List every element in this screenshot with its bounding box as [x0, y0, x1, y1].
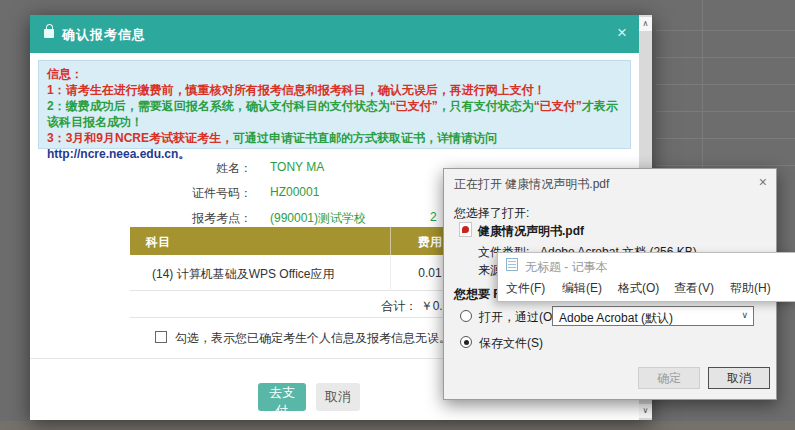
- pdf-file-icon: [459, 222, 472, 237]
- open-with-app-select[interactable]: Adobe Acrobat (默认) ∨: [552, 306, 754, 326]
- download-dialog-title: 正在打开 健康情况声明书.pdf: [454, 176, 609, 193]
- cancel-button[interactable]: 取消: [316, 383, 360, 411]
- close-icon[interactable]: ×: [617, 23, 627, 43]
- notepad-window[interactable]: 无标题 - 记事本 文件(F) 编辑(E) 格式(O) 查看(V) 帮助(H): [497, 252, 795, 302]
- save-file-label: 保存文件(S): [479, 335, 543, 352]
- notice-line1: 1：请考生在进行缴费前，慎重核对所有报考信息和报考科目，确认无误后，再进行网上支…: [47, 82, 622, 98]
- cancel-button[interactable]: 取消: [708, 367, 770, 389]
- background-grid-line: [656, 30, 795, 31]
- background-grid-line: [656, 138, 795, 139]
- background-page-edge: [0, 421, 795, 430]
- menu-edit[interactable]: 编辑(E): [562, 280, 602, 297]
- notepad-icon: [506, 258, 518, 271]
- chosen-open-label: 您选择了打开:: [454, 205, 529, 222]
- scroll-up-icon[interactable]: ∧: [639, 17, 652, 31]
- open-with-app-value: Adobe Acrobat (默认): [559, 311, 673, 325]
- go-pay-button[interactable]: 去支付: [258, 383, 306, 411]
- open-with-radio[interactable]: [460, 310, 472, 322]
- ok-button[interactable]: 确定: [638, 367, 700, 389]
- confirm-checkbox-label: 勾选，表示您已确定考生个人信息及报考信息无误。: [175, 330, 451, 347]
- background-grid-line: [656, 84, 795, 85]
- ncre-link[interactable]: http://ncre.neea.edu.cn。: [47, 147, 190, 161]
- menu-file[interactable]: 文件(F): [506, 280, 545, 297]
- chevron-down-icon: ∨: [741, 310, 748, 320]
- id-number-label: 证件号码：: [120, 185, 252, 202]
- fee-table-header: 科目 费用: [130, 227, 470, 255]
- exam-site-label: 报考考点：: [120, 210, 252, 227]
- notice-line3: 3：3月和9月NCRE考试获证考生，可通过申请证书直邮的方式获取证书，详情请访问…: [47, 130, 622, 162]
- name-label: 姓名：: [120, 160, 252, 177]
- modal-title: 确认报考信息: [62, 26, 146, 44]
- background-grid-line: [656, 111, 795, 112]
- notepad-title: 无标题 - 记事本: [525, 259, 608, 276]
- notice-heading: 信息：: [47, 67, 83, 81]
- table-row: (14) 计算机基础及WPS Office应用 0.01: [130, 255, 470, 291]
- subject-column-header: 科目: [146, 234, 170, 251]
- notice-box: 信息： 1：请考生在进行缴费前，慎重核对所有报考信息和报考科目，确认无误后，再进…: [38, 60, 631, 149]
- name-value: TONY MA: [270, 160, 324, 174]
- file-name: 健康情况声明书.pdf: [478, 223, 584, 240]
- menu-format[interactable]: 格式(O): [618, 280, 659, 297]
- exam-site-value: (990001)测试学校: [270, 210, 366, 227]
- background-grid-line: [656, 165, 795, 166]
- notepad-menubar: 文件(F) 编辑(E) 格式(O) 查看(V) 帮助(H): [498, 277, 795, 297]
- modal-header: 确认报考信息 ×: [30, 15, 639, 53]
- save-file-radio[interactable]: [460, 336, 472, 348]
- menu-help[interactable]: 帮助(H): [730, 280, 771, 297]
- lock-icon: [44, 29, 54, 38]
- background-grid-line: [656, 57, 795, 58]
- exam-site-extra: 2: [430, 210, 437, 224]
- confirm-checkbox[interactable]: [155, 331, 167, 343]
- subject-cell: (14) 计算机基础及WPS Office应用: [152, 266, 334, 283]
- total-label: 合计：: [381, 299, 417, 313]
- menu-view[interactable]: 查看(V): [674, 280, 714, 297]
- id-number-value: HZ00001: [270, 185, 319, 199]
- scroll-down-icon[interactable]: ∨: [639, 404, 652, 418]
- open-with-label: 打开，通过(O): [479, 309, 556, 326]
- total-row: 合计： ￥0.01: [130, 292, 470, 318]
- notice-line2: 2：缴费成功后，需要返回报名系统，确认支付科目的支付状态为“已支付”，只有支付状…: [47, 98, 622, 130]
- close-icon[interactable]: ×: [759, 174, 767, 190]
- screen: 确认报考信息 × 信息： 1：请考生在进行缴费前，慎重核对所有报考信息和报考科目…: [0, 0, 795, 430]
